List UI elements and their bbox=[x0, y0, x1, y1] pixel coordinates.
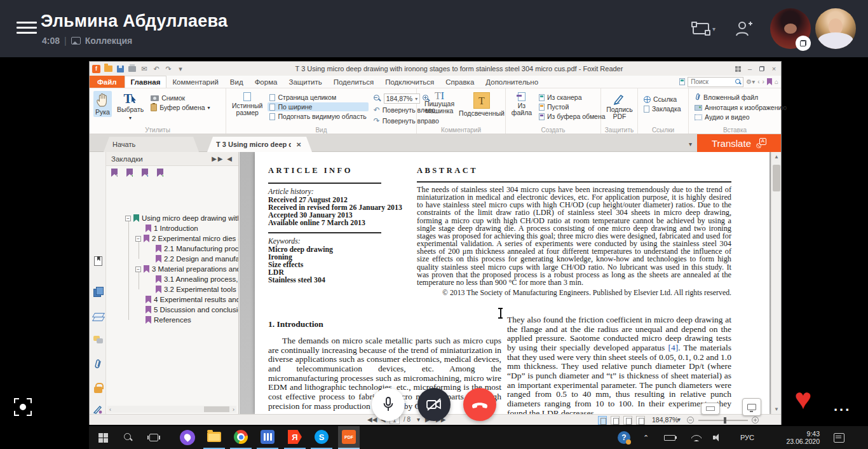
collapse-box[interactable]: − bbox=[135, 236, 141, 242]
hand-tool-button[interactable]: Рука bbox=[93, 91, 112, 117]
home-icon[interactable]: ⌂ bbox=[775, 78, 778, 85]
collapse-box[interactable]: − bbox=[125, 216, 131, 221]
search-box[interactable] bbox=[688, 77, 743, 87]
typewriter-button[interactable]: TI Пишущая машинка bbox=[421, 91, 458, 116]
bookmark-settings-icon[interactable] bbox=[111, 169, 118, 177]
quick-tools-dropdown[interactable]: ▾ bbox=[176, 64, 185, 73]
scrollbar-thumb[interactable] bbox=[773, 165, 780, 191]
bookmark-item[interactable]: −3 Material preparations and exper bbox=[135, 264, 239, 274]
bookmark-button[interactable]: Закладка bbox=[642, 104, 683, 113]
gear-icon[interactable]: ⚙▾ bbox=[746, 78, 755, 85]
scroll-right-icon[interactable]: › bbox=[231, 406, 236, 413]
redo-icon[interactable]: ↷ bbox=[164, 64, 173, 73]
scroll-down-icon[interactable]: ▼ bbox=[771, 406, 782, 412]
menu-view[interactable]: Вид bbox=[224, 76, 249, 88]
from-file-button[interactable]: Из файла bbox=[510, 91, 534, 118]
tab-start-page[interactable]: Начать bbox=[104, 137, 199, 152]
zoom-out-icon[interactable] bbox=[374, 95, 381, 102]
more-options-button[interactable]: ... bbox=[834, 398, 851, 415]
open-file-icon[interactable] bbox=[104, 64, 112, 73]
action-center-icon[interactable] bbox=[834, 426, 844, 449]
menu-hamburger-icon[interactable] bbox=[17, 22, 37, 36]
layers-panel-icon[interactable] bbox=[92, 311, 104, 322]
clipboard-button[interactable]: Буфер обмена▾ bbox=[149, 103, 212, 112]
bookmark-item[interactable]: 4 Experimental results and discus bbox=[146, 294, 239, 305]
document-vertical-scrollbar[interactable]: ▲ ▼ bbox=[771, 152, 781, 414]
video-tile-badge[interactable] bbox=[796, 36, 811, 51]
tray-antivirus-icon[interactable]: ? bbox=[618, 426, 630, 449]
bookmark-item[interactable]: 5 Discussion and conclusions bbox=[146, 305, 239, 315]
taskbar-alice-app[interactable] bbox=[177, 426, 198, 449]
nav-forward-icon[interactable]: › bbox=[763, 78, 764, 85]
menu-help[interactable]: Справка bbox=[440, 76, 480, 88]
actual-size-button[interactable]: Истинный размер bbox=[230, 91, 264, 118]
close-button[interactable]: × bbox=[770, 64, 778, 73]
participant-video-tile-2[interactable] bbox=[815, 8, 856, 49]
menu-protect[interactable]: Защитить bbox=[283, 76, 327, 88]
translate-button[interactable]: Translate A bbox=[697, 134, 781, 152]
add-participant-button[interactable] bbox=[734, 19, 753, 38]
menu-home[interactable]: Главная bbox=[125, 76, 167, 88]
from-scanner-button[interactable]: Из сканера bbox=[537, 93, 607, 102]
bookmarks-horizontal-scrollbar[interactable]: ‹ › bbox=[107, 406, 236, 413]
menu-comment[interactable]: Комментарий bbox=[166, 76, 224, 88]
menu-share[interactable]: Поделиться bbox=[328, 76, 380, 88]
nav-back-icon[interactable]: ‹ bbox=[757, 78, 759, 85]
fit-page-button[interactable]: Страница целиком bbox=[268, 93, 368, 102]
bookmark-item[interactable]: 3.2 Experimental tools and se bbox=[156, 284, 239, 294]
taskbar-foxit-app[interactable]: PDF bbox=[338, 426, 360, 449]
bookmark-add-icon[interactable] bbox=[126, 169, 133, 177]
menu-form[interactable]: Форма bbox=[249, 76, 283, 88]
panel-collapse-buttons[interactable]: ▶▶ ◀ bbox=[212, 155, 233, 162]
zoom-out-button[interactable] bbox=[687, 417, 694, 424]
from-clipboard-button[interactable]: Из буфера обмена bbox=[537, 112, 607, 121]
menu-extra[interactable]: Дополнительно bbox=[480, 76, 544, 88]
start-button[interactable] bbox=[92, 426, 114, 449]
minimize-button[interactable]: – bbox=[745, 64, 754, 73]
task-view-button[interactable] bbox=[143, 426, 165, 449]
snapshot-button[interactable]: Снимок bbox=[149, 93, 212, 102]
scrollbar-thumb[interactable] bbox=[204, 406, 229, 412]
taskbar-yandex-app[interactable]: Я bbox=[284, 426, 306, 449]
bookmark-goto-icon[interactable] bbox=[142, 169, 148, 177]
floating-widget[interactable] bbox=[701, 403, 720, 415]
attach-file-button[interactable]: Вложенный файл bbox=[693, 92, 789, 102]
zoom-slider-thumb[interactable] bbox=[724, 417, 726, 424]
save-icon[interactable] bbox=[116, 64, 125, 73]
link-button[interactable]: Ссылка bbox=[642, 95, 683, 104]
battery-icon[interactable] bbox=[664, 426, 675, 449]
language-indicator[interactable]: РУС bbox=[740, 426, 754, 449]
screen-share-frame-button[interactable]: ▾ bbox=[693, 23, 718, 36]
sign-pdf-button[interactable]: Подпись PDF bbox=[605, 91, 634, 121]
taskbar-search-button[interactable] bbox=[118, 426, 139, 449]
zoom-in-button[interactable] bbox=[752, 417, 759, 424]
bookmark-item[interactable]: 1 Introduction bbox=[146, 223, 198, 233]
bookmark-item-root[interactable]: −Using micro deep drawing with ironin bbox=[125, 213, 239, 223]
page-dropdown-icon[interactable]: ▾ bbox=[417, 416, 420, 423]
bookmark-expand-icon[interactable] bbox=[157, 169, 163, 177]
tab-list-dropdown[interactable]: ▾ bbox=[689, 141, 692, 148]
bookmark-flag-icon[interactable] bbox=[767, 78, 772, 85]
search-icon[interactable] bbox=[735, 79, 742, 85]
first-page-icon[interactable]: ◀◀ bbox=[367, 416, 377, 423]
bookmark-item[interactable]: 2.2 Design and manufacturing bbox=[156, 254, 239, 264]
bookmark-item[interactable]: References bbox=[146, 315, 191, 325]
tab-current-document[interactable]: T 3 Using micro deep dr... ✕ bbox=[207, 137, 312, 152]
view-mode-facing-continuous-icon[interactable] bbox=[636, 416, 645, 425]
taskbar-clock[interactable]: 9:43 23.06.2020 bbox=[775, 430, 820, 449]
camera-off-button[interactable] bbox=[417, 388, 451, 421]
view-mode-single-icon[interactable] bbox=[598, 416, 607, 425]
bookmark-item[interactable]: 3.1 Annealing process, grain s bbox=[156, 274, 239, 284]
search-input[interactable] bbox=[691, 78, 735, 85]
search-doc-icon[interactable] bbox=[679, 78, 685, 85]
view-mode-continuous-icon[interactable] bbox=[611, 416, 620, 425]
comments-panel-icon[interactable] bbox=[92, 334, 104, 345]
email-icon[interactable]: ✉ bbox=[140, 64, 149, 73]
taskbar-chrome-app[interactable] bbox=[230, 426, 252, 449]
presentation-control-button[interactable] bbox=[742, 398, 761, 416]
audio-video-button[interactable]: Аудио и видео bbox=[693, 113, 789, 121]
layout-grid-icon[interactable] bbox=[733, 64, 742, 73]
reaction-heart-button[interactable]: ♥ bbox=[794, 384, 811, 413]
fit-visible-button[interactable]: Подогнать видимую область bbox=[268, 112, 368, 121]
undo-icon[interactable]: ↶ bbox=[152, 64, 161, 73]
